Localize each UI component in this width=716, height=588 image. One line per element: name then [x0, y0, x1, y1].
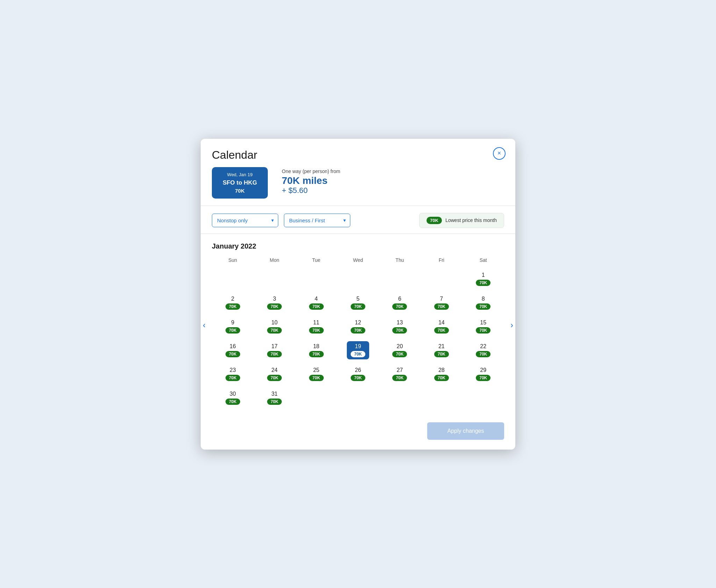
calendar-day-cell	[421, 386, 462, 410]
day-number: 7	[440, 296, 443, 302]
day[interactable]: 1470K	[430, 317, 453, 336]
calendar-day-cell[interactable]: 2870K	[421, 362, 462, 386]
calendar-day-cell[interactable]: 1470K	[421, 315, 462, 338]
calendar-day-cell[interactable]: 1270K	[337, 315, 379, 338]
day[interactable]: 1770K	[263, 341, 286, 359]
miles-pill: 70K	[225, 375, 240, 381]
calendar-day-cell[interactable]: 670K	[379, 291, 421, 315]
calendar-day-cell[interactable]: 1170K	[295, 315, 337, 338]
calendar-day-cell[interactable]: 970K	[212, 315, 253, 338]
calendar-week-row: 3070K3170K	[212, 386, 504, 410]
calendar-day-cell[interactable]: 2570K	[295, 362, 337, 386]
day[interactable]: 1270K	[347, 317, 369, 336]
calendar-day-cell[interactable]: 1970K	[337, 338, 379, 362]
day[interactable]: 2670K	[347, 365, 369, 383]
day-number: 25	[313, 367, 320, 373]
calendar-day-cell	[463, 386, 504, 410]
calendar-day-cell[interactable]: 2970K	[463, 362, 504, 386]
calendar-day-cell[interactable]: 370K	[253, 291, 295, 315]
calendar-day-cell[interactable]: 1770K	[253, 338, 295, 362]
day[interactable]: 670K	[388, 294, 411, 312]
day-number: 2	[231, 296, 234, 302]
calendar-day-cell[interactable]: 3170K	[253, 386, 295, 410]
calendar-day-cell[interactable]: 2070K	[379, 338, 421, 362]
calendar-day-cell	[379, 267, 421, 291]
day[interactable]: 270K	[222, 294, 244, 312]
day[interactable]: 2970K	[472, 365, 494, 383]
day[interactable]: 570K	[347, 294, 369, 312]
day[interactable]: 170K	[472, 270, 494, 288]
day[interactable]: 3170K	[263, 389, 286, 407]
day[interactable]: 970K	[222, 317, 244, 336]
day-number: 19	[355, 343, 361, 350]
calendar-day-cell[interactable]: 2670K	[337, 362, 379, 386]
calendar-day-cell[interactable]: 1570K	[463, 315, 504, 338]
day[interactable]: 2870K	[430, 365, 453, 383]
calendar-day-cell[interactable]: 1870K	[295, 338, 337, 362]
flight-date: Wed, Jan 19	[219, 172, 261, 177]
calendar-day-cell[interactable]: 170K	[463, 267, 504, 291]
calendar-day-cell[interactable]: 570K	[337, 291, 379, 315]
day[interactable]: 1670K	[222, 341, 244, 359]
day[interactable]: 1570K	[472, 317, 494, 336]
day[interactable]: 1870K	[305, 341, 328, 359]
next-month-button[interactable]: ›	[506, 319, 515, 331]
day[interactable]: 2570K	[305, 365, 328, 383]
day[interactable]: 870K	[472, 294, 494, 312]
calendar-day-cell[interactable]: 270K	[212, 291, 253, 315]
calendar-day-cell[interactable]: 1070K	[253, 315, 295, 338]
calendar-day-cell[interactable]: 2770K	[379, 362, 421, 386]
calendar-day-cell	[295, 267, 337, 291]
calendar-table: SunMonTueWedThuFriSat 170K270K370K470K57…	[212, 257, 504, 410]
day-number: 20	[396, 343, 403, 350]
calendar-day-cell[interactable]: 1670K	[212, 338, 253, 362]
miles-pill: 70K	[434, 303, 449, 310]
close-button[interactable]: ×	[493, 147, 506, 160]
calendar-day-cell[interactable]: 2270K	[463, 338, 504, 362]
day-number: 23	[230, 367, 236, 373]
day-of-week-header: Mon	[253, 257, 295, 267]
day[interactable]: 770K	[430, 294, 453, 312]
day[interactable]: 370K	[263, 294, 286, 312]
calendar-day-cell[interactable]: 2470K	[253, 362, 295, 386]
calendar-day-cell	[212, 267, 253, 291]
price-summary: One way (per person) from 70K miles + $5…	[282, 168, 340, 195]
modal-header: Calendar × Wed, Jan 19 SFO to HKG 70K On…	[201, 139, 515, 206]
calendar-day-cell[interactable]: 1370K	[379, 315, 421, 338]
prev-month-button[interactable]: ‹	[201, 319, 210, 331]
day-number: 1	[482, 272, 485, 278]
apply-changes-button[interactable]: Apply changes	[427, 422, 504, 440]
day[interactable]: 2070K	[388, 341, 411, 359]
miles-pill: 70K	[267, 375, 282, 381]
day-number: 26	[355, 367, 361, 373]
selected-day[interactable]: 1970K	[347, 341, 369, 359]
day[interactable]: 2270K	[472, 341, 494, 359]
class-filter[interactable]: Business / First	[284, 214, 350, 227]
miles-pill: 70K	[351, 303, 365, 310]
day[interactable]: 2470K	[263, 365, 286, 383]
day[interactable]: 1070K	[263, 317, 286, 336]
calendar-day-cell[interactable]: 3070K	[212, 386, 253, 410]
miles-pill: 70K	[476, 280, 491, 286]
day[interactable]: 3070K	[222, 389, 244, 407]
day[interactable]: 1370K	[388, 317, 411, 336]
calendar-day-cell[interactable]: 2170K	[421, 338, 462, 362]
calendar-day-cell[interactable]: 470K	[295, 291, 337, 315]
calendar-day-cell[interactable]: 2370K	[212, 362, 253, 386]
day[interactable]: 470K	[305, 294, 328, 312]
miles-pill: 70K	[225, 303, 240, 310]
calendar-week-row: 270K370K470K570K670K770K870K	[212, 291, 504, 315]
day[interactable]: 1170K	[305, 317, 328, 336]
calendar-day-cell[interactable]: 870K	[463, 291, 504, 315]
miles-pill: 70K	[267, 399, 282, 405]
month-title: January 2022	[212, 242, 504, 250]
day[interactable]: 2770K	[388, 365, 411, 383]
day[interactable]: 2170K	[430, 341, 453, 359]
miles-pill: 70K	[392, 375, 407, 381]
flight-card[interactable]: Wed, Jan 19 SFO to HKG 70K	[212, 167, 268, 199]
day[interactable]: 2370K	[222, 365, 244, 383]
calendar-day-cell[interactable]: 770K	[421, 291, 462, 315]
miles-pill: 70K	[434, 327, 449, 334]
day-number: 15	[480, 320, 486, 326]
stops-filter[interactable]: Nonstop only	[212, 214, 278, 227]
